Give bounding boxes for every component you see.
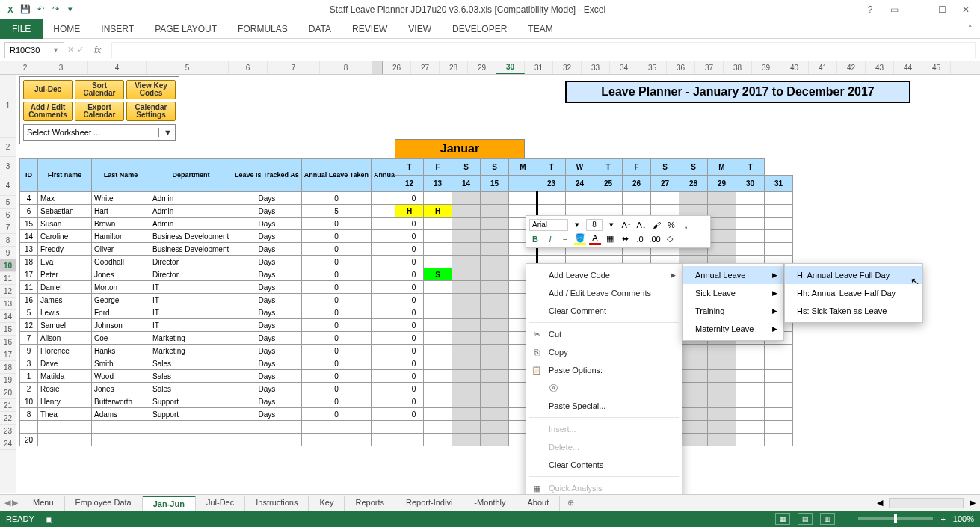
col-header[interactable]: 31 (525, 61, 553, 74)
hscroll-right-icon[interactable]: ▶ (970, 498, 976, 508)
row-header[interactable]: 7 (0, 221, 16, 234)
day-cell[interactable] (679, 395, 708, 408)
tab-formulas[interactable]: FORMULAS (227, 20, 298, 38)
day-cell[interactable] (736, 192, 765, 205)
cell[interactable]: IT (150, 281, 232, 294)
hscroll-track[interactable] (889, 498, 964, 508)
day-cell[interactable] (594, 192, 623, 205)
day-cell[interactable] (452, 357, 481, 370)
submenu-item[interactable]: Annual Leave▶ (683, 266, 783, 284)
cell[interactable]: Jones (92, 383, 150, 395)
day-cell[interactable] (651, 192, 679, 205)
submenu-item[interactable]: Training▶ (683, 302, 783, 320)
day-cell[interactable] (481, 434, 509, 446)
cell[interactable]: Peter (38, 268, 92, 281)
day-cell[interactable] (395, 192, 424, 205)
cell[interactable]: Support (150, 408, 232, 421)
day-cell[interactable] (481, 357, 509, 370)
day-cell[interactable] (736, 205, 765, 218)
cell[interactable]: 0 (301, 319, 371, 332)
table-row[interactable]: 5LewisFordITDays00 (20, 306, 457, 319)
day-cell[interactable] (424, 357, 452, 370)
day-cell[interactable] (708, 370, 736, 383)
day-cell[interactable] (424, 306, 452, 319)
day-cell[interactable] (395, 306, 424, 319)
day-cell[interactable] (452, 421, 481, 434)
cell[interactable]: 1 (20, 370, 38, 383)
cell[interactable] (92, 434, 150, 446)
th-lastname[interactable]: Last Name (92, 159, 150, 192)
cell[interactable]: 0 (301, 230, 371, 243)
tab-home[interactable]: HOME (43, 20, 90, 38)
table-row[interactable] (20, 421, 457, 434)
day-cell[interactable] (424, 294, 452, 306)
sheet-tab[interactable]: Menu (22, 496, 65, 511)
day-cell[interactable] (537, 192, 566, 205)
font-name-input[interactable] (529, 219, 568, 231)
merge-icon[interactable]: ⬌ (619, 233, 631, 245)
cell[interactable]: 20 (20, 434, 38, 446)
cell[interactable]: Support (150, 395, 232, 408)
day-cell[interactable] (452, 192, 481, 205)
day-cell[interactable] (452, 319, 481, 332)
sheet-nav[interactable]: ◀ ▶ (0, 498, 22, 508)
tab-developer[interactable]: DEVELOPER (442, 20, 517, 38)
col-header[interactable]: 45 (922, 61, 951, 74)
cell[interactable]: Hart (92, 205, 150, 218)
context-menu[interactable]: Add Leave Code▶Add / Edit Leave Comments… (526, 263, 682, 527)
cell[interactable]: Wood (92, 370, 150, 383)
row-header[interactable]: 8 (0, 234, 16, 247)
cell[interactable]: Days (232, 383, 302, 395)
fill-color-icon[interactable]: 🪣 (574, 233, 586, 245)
close-icon[interactable]: ✕ (955, 2, 977, 17)
day-cell[interactable] (395, 256, 424, 268)
cell[interactable]: 0 (301, 294, 371, 306)
cell[interactable]: Days (232, 357, 302, 370)
view-key-codes-button[interactable]: View Key Codes (126, 80, 176, 99)
cell[interactable]: Thea (38, 408, 92, 421)
cell[interactable]: Matilda (38, 370, 92, 383)
cell[interactable]: IT (150, 319, 232, 332)
cell[interactable]: Ford (92, 306, 150, 319)
table-row[interactable]: 1MatildaWoodSalesDays00 (20, 370, 457, 383)
formula-input[interactable] (111, 42, 976, 58)
cell[interactable] (150, 421, 232, 434)
row-header[interactable]: 11 (0, 272, 16, 285)
day-cell[interactable] (679, 192, 708, 205)
day-cell[interactable] (481, 319, 509, 332)
day-cell[interactable] (395, 281, 424, 294)
ctx-item[interactable]: ⎘Copy (526, 343, 682, 361)
day-cell[interactable] (736, 357, 765, 370)
cell[interactable]: Days (232, 256, 302, 268)
day-cell[interactable] (481, 332, 509, 345)
day-cell[interactable] (736, 345, 765, 357)
cell[interactable]: 3 (20, 357, 38, 370)
col-header[interactable]: 3 (34, 61, 88, 74)
cell[interactable] (38, 434, 92, 446)
cell[interactable]: Days (232, 192, 302, 205)
cell[interactable]: Business Development (150, 230, 232, 243)
day-cell[interactable] (395, 345, 424, 357)
day-cell[interactable] (708, 345, 736, 357)
day-cell[interactable] (395, 319, 424, 332)
sheet-prev-icon[interactable]: ◀ (4, 498, 10, 508)
cell[interactable]: 0 (301, 192, 371, 205)
day-cell[interactable] (736, 370, 765, 383)
th-department[interactable]: Department (150, 159, 232, 192)
cell[interactable]: Adams (92, 408, 150, 421)
enter-formula-icon[interactable]: ✓ (77, 45, 84, 55)
day-cell[interactable] (452, 370, 481, 383)
day-cell[interactable] (708, 230, 736, 243)
help-icon[interactable]: ? (859, 2, 881, 17)
sort-calendar-button[interactable]: Sort Calendar (75, 80, 124, 99)
submenu-leave-type[interactable]: Annual Leave▶Sick Leave▶Training▶Materni… (682, 263, 784, 341)
day-cell[interactable] (765, 434, 793, 446)
day-cell[interactable]: S (424, 268, 452, 281)
day-cell[interactable] (452, 268, 481, 281)
zoom-level[interactable]: 100% (953, 514, 974, 523)
day-cell[interactable] (452, 218, 481, 230)
cell[interactable]: Director (150, 268, 232, 281)
col-header[interactable]: 30 (496, 61, 525, 74)
day-cell[interactable] (736, 218, 765, 230)
size-dropdown-icon[interactable]: ▾ (605, 219, 617, 231)
